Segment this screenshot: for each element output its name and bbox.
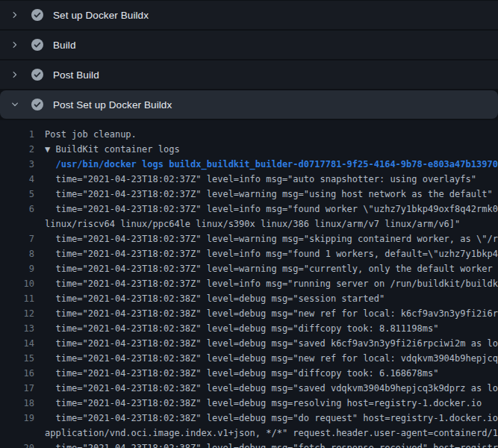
log-text: time="2021-04-23T18:02:38Z" level=debug … [45, 306, 498, 321]
log-text: time="2021-04-23T18:02:38Z" level=debug … [45, 396, 498, 411]
log-line: 8 time="2021-04-23T18:02:37Z" level=info… [0, 246, 498, 261]
step-header-post-set-up-docker-buildx[interactable]: Post Set up Docker Buildx [0, 90, 498, 119]
chevron-right-icon[interactable] [9, 9, 21, 21]
log-text: time="2021-04-23T18:02:38Z" level=debug … [45, 351, 498, 366]
line-number[interactable]: 1 [0, 127, 34, 142]
step-header-post-build[interactable]: Post Build [0, 60, 498, 89]
line-number [0, 426, 34, 441]
log-text: time="2021-04-23T18:02:37Z" level=info m… [45, 246, 498, 261]
log-line: 13 time="2021-04-23T18:02:38Z" level=deb… [0, 321, 498, 336]
log-text: time="2021-04-23T18:02:38Z" level=debug … [45, 321, 498, 336]
check-circle-icon [31, 69, 43, 81]
log-text: time="2021-04-23T18:02:38Z" level=debug … [45, 441, 498, 448]
actions-job-log-viewer: Set up Docker BuildxBuildPost BuildPost … [0, 0, 498, 448]
log-line: 12 time="2021-04-23T18:02:38Z" level=deb… [0, 306, 498, 321]
log-line-continuation: linux/riscv64 linux/ppc64le linux/s390x … [0, 217, 498, 231]
step-label: Set up Docker Buildx [53, 10, 149, 21]
line-number[interactable]: 15 [0, 351, 34, 366]
log-text: time="2021-04-23T18:02:37Z" level=info m… [45, 202, 498, 217]
line-number[interactable]: 13 [0, 321, 34, 336]
log-text: time="2021-04-23T18:02:37Z" level=info m… [45, 276, 498, 291]
log-text: time="2021-04-23T18:02:37Z" level=warnin… [45, 231, 498, 246]
log-line: 14 time="2021-04-23T18:02:38Z" level=deb… [0, 336, 498, 351]
line-number[interactable]: 5 [0, 187, 34, 202]
chevron-right-icon[interactable] [9, 69, 21, 81]
line-number[interactable]: 12 [0, 306, 34, 321]
log-line: 18 time="2021-04-23T18:02:38Z" level=deb… [0, 396, 498, 411]
line-number[interactable]: 6 [0, 202, 34, 217]
line-number[interactable]: 4 [0, 172, 34, 187]
line-number[interactable]: 14 [0, 336, 34, 351]
step-list: Set up Docker BuildxBuildPost BuildPost … [0, 0, 498, 119]
log-text: time="2021-04-23T18:02:37Z" level=info m… [45, 172, 498, 187]
line-number[interactable]: 3 [0, 157, 34, 172]
line-number[interactable]: 9 [0, 261, 34, 276]
log-line: 1Post job cleanup. [0, 127, 498, 142]
line-number[interactable]: 7 [0, 231, 34, 246]
log-line: 17 time="2021-04-23T18:02:38Z" level=deb… [0, 381, 498, 396]
log-line: 2▼ BuildKit container logs [0, 142, 498, 157]
log-panel: 1Post job cleanup.2▼ BuildKit container … [0, 120, 498, 448]
log-text: time="2021-04-23T18:02:38Z" level=debug … [45, 336, 498, 351]
log-line: 7 time="2021-04-23T18:02:37Z" level=warn… [0, 231, 498, 246]
line-number[interactable]: 10 [0, 276, 34, 291]
line-number[interactable]: 18 [0, 396, 34, 411]
log-line: 6 time="2021-04-23T18:02:37Z" level=info… [0, 202, 498, 217]
step-label: Post Build [53, 69, 99, 81]
log-line: 16 time="2021-04-23T18:02:38Z" level=deb… [0, 366, 498, 381]
log-text: time="2021-04-23T18:02:38Z" level=debug … [45, 366, 498, 381]
step-label: Post Set up Docker Buildx [53, 99, 172, 111]
line-number[interactable]: 20 [0, 441, 34, 448]
log-line: 9 time="2021-04-23T18:02:37Z" level=warn… [0, 261, 498, 276]
chevron-right-icon[interactable] [9, 39, 21, 51]
log-text: time="2021-04-23T18:02:37Z" level=warnin… [45, 187, 498, 202]
step-header-build[interactable]: Build [0, 31, 498, 59]
log-text: Post job cleanup. [45, 127, 498, 142]
log-text: time="2021-04-23T18:02:38Z" level=debug … [45, 411, 498, 426]
log-command-text: /usr/bin/docker logs buildx_buildkit_bui… [45, 157, 498, 172]
log-text: time="2021-04-23T18:02:37Z" level=warnin… [45, 261, 498, 276]
log-line: 11 time="2021-04-23T18:02:38Z" level=deb… [0, 291, 498, 306]
check-circle-icon [31, 9, 43, 21]
log-text: linux/riscv64 linux/ppc64le linux/s390x … [45, 217, 498, 231]
step-label: Build [53, 40, 76, 51]
line-number[interactable]: 2 [0, 142, 34, 157]
log-line: 10 time="2021-04-23T18:02:37Z" level=inf… [0, 276, 498, 291]
line-number[interactable]: 8 [0, 246, 34, 261]
line-number[interactable]: 11 [0, 291, 34, 306]
check-circle-icon [31, 99, 43, 111]
chevron-down-icon[interactable] [9, 99, 21, 111]
check-circle-icon [31, 39, 43, 51]
log-line: 19 time="2021-04-23T18:02:38Z" level=deb… [0, 411, 498, 426]
log-text: time="2021-04-23T18:02:38Z" level=debug … [45, 381, 498, 396]
log-text: time="2021-04-23T18:02:38Z" level=debug … [45, 291, 498, 306]
step-header-set-up-docker-buildx[interactable]: Set up Docker Buildx [0, 1, 498, 29]
line-number[interactable]: 19 [0, 411, 34, 426]
line-number [0, 217, 34, 231]
log-group-toggle[interactable]: ▼ BuildKit container logs [45, 142, 498, 157]
log-line-continuation: application/vnd.oci.image.index.v1+json,… [0, 426, 498, 441]
log-line: 20 time="2021-04-23T18:02:38Z" level=deb… [0, 441, 498, 448]
log-line: 4 time="2021-04-23T18:02:37Z" level=info… [0, 172, 498, 187]
line-number[interactable]: 16 [0, 366, 34, 381]
log-text: application/vnd.oci.image.index.v1+json,… [45, 426, 498, 441]
line-number[interactable]: 17 [0, 381, 34, 396]
log-line: 3 /usr/bin/docker logs buildx_buildkit_b… [0, 157, 498, 172]
log-line: 5 time="2021-04-23T18:02:37Z" level=warn… [0, 187, 498, 202]
log-line: 15 time="2021-04-23T18:02:38Z" level=deb… [0, 351, 498, 366]
